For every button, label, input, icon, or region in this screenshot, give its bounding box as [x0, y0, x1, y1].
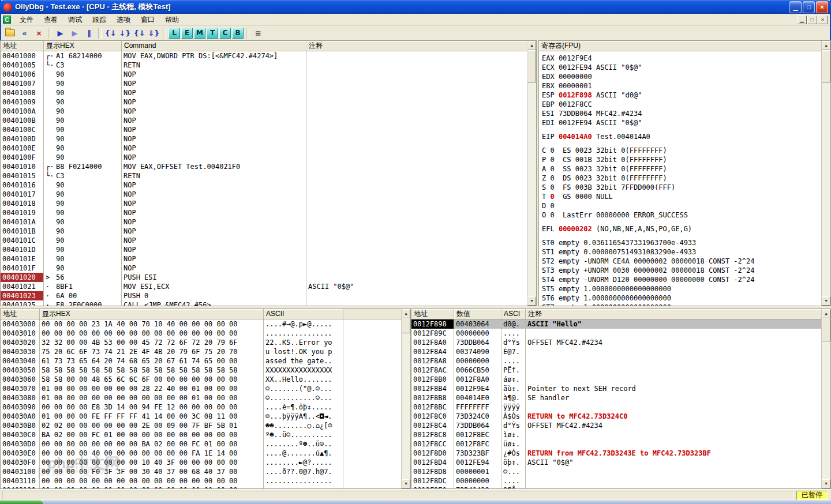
- step-over-button[interactable]: ↓}: [118, 27, 132, 39]
- disasm-row[interactable]: 0040100E90NOP: [1, 144, 527, 153]
- scroll-thumb[interactable]: [822, 318, 830, 341]
- dump-row[interactable]: 004030B002 02 00 00 00 00 00 00 2E 00 09…: [1, 421, 401, 430]
- pane-splitter-vertical[interactable]: [537, 40, 538, 306]
- stack-row[interactable]: 0012F8A400374090É@7.: [411, 347, 821, 356]
- threads-window-button[interactable]: T: [207, 28, 218, 39]
- disasm-row[interactable]: 00401023·6A 00PUSH 0: [1, 291, 527, 300]
- disasm-row[interactable]: 0040101990NOP: [1, 208, 527, 217]
- register-line[interactable]: O 0 LastErr 00000000 ERROR_SUCCESS: [542, 210, 821, 220]
- stack-row[interactable]: 0012F8B8004014E0à¶@.SE handler: [411, 393, 821, 403]
- disasm-row[interactable]: 0040100690NOP: [1, 70, 527, 79]
- dump-row[interactable]: 0040308001 00 00 00 00 00 00 00 00 00 00…: [1, 393, 401, 403]
- register-line[interactable]: ST4 empty -UNORM D120 00000000 00000000 …: [542, 275, 821, 284]
- stack-row[interactable]: 0012F8A073DDB064d°ÝsOFFSET MFC42.#4234: [411, 338, 821, 347]
- dump-row[interactable]: 0040303075 20 6C 6F 73 74 21 2E 4F 4B 20…: [1, 347, 401, 356]
- step-into-button[interactable]: {↓: [104, 27, 117, 39]
- register-line[interactable]: ST5 empty 1.0000000000000000000: [542, 284, 821, 294]
- dump-row[interactable]: 0040309000 00 00 00 E8 3D 14 00 94 FE 12…: [1, 403, 401, 412]
- menu-item-trace[interactable]: 跟踪: [87, 13, 111, 27]
- registers-scrollbar[interactable]: ▲▼: [821, 41, 830, 306]
- close-button[interactable]: ×: [816, 1, 828, 13]
- stack-row[interactable]: 0012F8D40012FE94öþ↕.ASCII "0$@": [411, 458, 821, 467]
- dump-scrollbar[interactable]: ▲▼: [401, 309, 410, 488]
- disasm-row[interactable]: 0040100990NOP: [1, 97, 527, 107]
- dump-row[interactable]: 004030C0BA 02 00 00 FC 01 00 00 00 00 00…: [1, 430, 401, 439]
- disasm-row[interactable]: 0040101C90NOP: [1, 236, 527, 245]
- scroll-up-button[interactable]: ▲: [527, 41, 536, 50]
- minimize-button[interactable]: ▁: [789, 1, 802, 13]
- stack-row[interactable]: 0012F8CC0012F8FCüø↕.: [411, 439, 821, 449]
- stack-row[interactable]: 0012F8BCFFFFFFFFÿÿÿÿ: [411, 403, 821, 412]
- register-line[interactable]: A 0 SS 0023 32bit 0(FFFFFFFF): [542, 164, 821, 174]
- register-line[interactable]: ST7 empty 1.0000000000000000000: [542, 303, 821, 306]
- cpu-window-button[interactable]: C: [219, 28, 231, 39]
- register-line[interactable]: ST3 empty +UNORM 0030 00000002 00000018 …: [542, 266, 821, 275]
- register-line[interactable]: ST1 empty 0.0000007514931083290e-4933: [542, 247, 821, 257]
- dump-row[interactable]: 004030E000 00 00 00 40 00 00 00 00 00 00…: [1, 449, 401, 458]
- register-line[interactable]: C 0 ES 0023 32bit 0(FFFFFFFF): [542, 146, 821, 155]
- scroll-down-button[interactable]: ▼: [822, 296, 830, 306]
- trace-into-button[interactable]: {⇓: [133, 27, 146, 39]
- dump-row[interactable]: 0040304061 73 73 65 64 20 74 68 65 20 67…: [1, 356, 401, 366]
- executables-window-button[interactable]: E: [181, 28, 193, 39]
- menu-item-help[interactable]: 帮助: [160, 13, 184, 27]
- register-line[interactable]: ST0 empty 0.0361165437331963700e-4933: [542, 238, 821, 247]
- log-window-button[interactable]: L: [169, 28, 180, 39]
- options-list-button[interactable]: ≡: [252, 27, 265, 39]
- dump-row[interactable]: 004030F000 00 00 00 00 00 00 00 10 40 3F…: [1, 458, 401, 467]
- start-button-fragment[interactable]: [0, 501, 43, 504]
- dump-row[interactable]: 0040305058 58 58 58 58 58 58 58 58 58 58…: [1, 366, 401, 375]
- register-line[interactable]: EDX 00000000: [542, 72, 821, 81]
- dump-row[interactable]: 0040307001 00 00 00 00 00 00 00 28 22 40…: [1, 384, 401, 393]
- breakpoints-window-button[interactable]: B: [232, 28, 244, 39]
- disasm-row[interactable]: 0040101690NOP: [1, 180, 527, 190]
- dump-row[interactable]: 0040310000 00 00 00 F0 3F 3F 00 30 40 37…: [1, 467, 401, 476]
- stack-row[interactable]: 0012F8A800000000....: [411, 356, 821, 366]
- stack-row[interactable]: 0012F89C00000000....: [411, 329, 821, 338]
- memory-window-button[interactable]: M: [194, 28, 205, 39]
- title-bar[interactable]: OllyDbg - Test.exe - [CPU - 主线程, 模块Test]…: [0, 0, 831, 14]
- disasm-row[interactable]: 0040100790NOP: [1, 79, 527, 88]
- register-line[interactable]: EBP 0012F8CC: [542, 100, 821, 109]
- mdi-restore-button[interactable]: □: [807, 16, 817, 24]
- register-line[interactable]: S 0 FS 003B 32bit 7FFDD000(FFF): [542, 183, 821, 192]
- dump-row[interactable]: 0040300000 00 00 00 23 1A 40 00 70 10 40…: [1, 319, 401, 329]
- disasm-row[interactable]: 0040101E90NOP: [1, 254, 527, 264]
- disasm-row[interactable]: 00401015└·C3RETN: [1, 171, 527, 180]
- scroll-down-button[interactable]: ▼: [402, 479, 410, 488]
- scroll-up-button[interactable]: ▲: [822, 41, 830, 50]
- dump-row[interactable]: 0040312000 00 00 00 00 00 00 00 00 00 00…: [1, 486, 401, 488]
- menu-item-window[interactable]: 窗口: [136, 13, 160, 27]
- menu-item-view[interactable]: 查看: [39, 13, 63, 27]
- disasm-row[interactable]: 0040101A90NOP: [1, 217, 527, 227]
- disasm-row[interactable]: 0040100F90NOP: [1, 153, 527, 162]
- disasm-row[interactable]: 00401000┌·A1 68214000MOV EAX,DWORD PTR D…: [1, 51, 527, 61]
- disasm-row[interactable]: 0040101790NOP: [1, 190, 527, 199]
- pause-button[interactable]: ‖: [83, 27, 96, 39]
- register-line[interactable]: T 0 GS 0000 NULL: [542, 192, 821, 201]
- maximize-button[interactable]: □: [803, 1, 815, 13]
- mdi-minimize-button[interactable]: ▁: [797, 16, 807, 24]
- dump-row[interactable]: 0040302032 32 00 00 4B 53 00 00 45 72 72…: [1, 338, 401, 347]
- stack-row[interactable]: 0012F8D800000001☺...: [411, 467, 821, 476]
- stack-row[interactable]: 0012F8D073D323BF¿#ÓsRETURN from MFC42.73…: [411, 449, 821, 458]
- scroll-down-button[interactable]: ▼: [822, 479, 830, 488]
- menu-item-debug[interactable]: 调试: [63, 13, 87, 27]
- scroll-thumb[interactable]: [402, 318, 410, 333]
- run-button[interactable]: ▶: [54, 27, 67, 39]
- dump-row[interactable]: 0040311000 00 00 00 00 00 00 00 00 00 00…: [1, 476, 401, 486]
- disasm-row[interactable]: 0040100B90NOP: [1, 116, 527, 125]
- disasm-row[interactable]: 0040101890NOP: [1, 199, 527, 208]
- restart-button[interactable]: «: [18, 27, 31, 39]
- register-line[interactable]: EIP 004014A0 Test.004014A0: [542, 132, 821, 141]
- menu-item-options[interactable]: 选项: [111, 13, 136, 27]
- disasm-row[interactable]: 00401020>56PUSH ESI: [1, 273, 527, 282]
- open-file-button[interactable]: [3, 27, 17, 39]
- disasm-row[interactable]: 0040100A90NOP: [1, 107, 527, 116]
- stack-row[interactable]: 0012F8C073D324C0À$ÓsRETURN to MFC42.73D3…: [411, 412, 821, 421]
- stack-scrollbar[interactable]: ▲▼: [821, 309, 830, 488]
- stack-row[interactable]: 0012F8C80012F8ECìø↕.: [411, 430, 821, 439]
- stack-row[interactable]: 0012F8C473DDB064d°ÝsOFFSET MFC42.#4234: [411, 421, 821, 430]
- register-line[interactable]: ECX 0012FE94 ASCII "0$@": [542, 63, 821, 72]
- register-line[interactable]: ESP 0012F898 ASCII "d0@": [542, 91, 821, 100]
